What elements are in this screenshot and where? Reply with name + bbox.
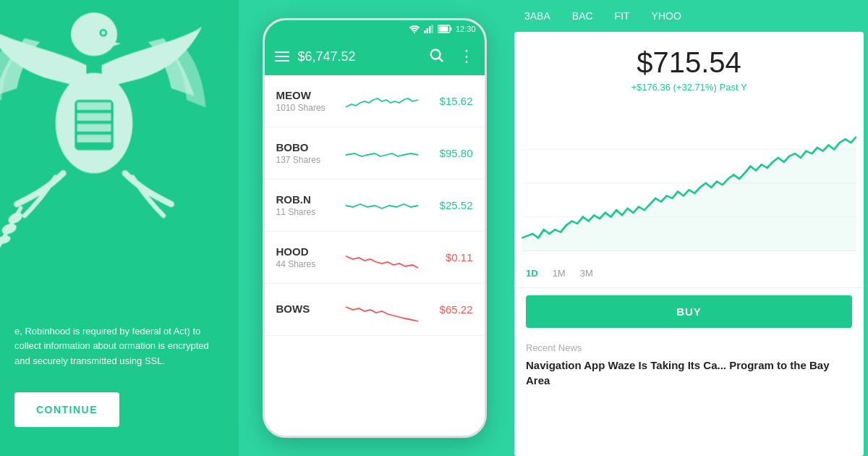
portfolio-value: $6,747.52	[298, 49, 420, 64]
chart-bows	[341, 295, 422, 324]
svg-rect-20	[450, 28, 451, 30]
ticker-yhoo: YHOO	[652, 10, 681, 22]
svg-point-3	[101, 31, 105, 35]
svg-rect-7	[77, 113, 111, 121]
svg-point-13	[414, 32, 415, 33]
chart-area	[514, 100, 864, 259]
stock-row-meow[interactable]: MEOW 1010 Shares $15.62	[265, 75, 485, 127]
middle-panel: 12:30 $6,747.52 ⋮ MEOW 1010 S	[239, 0, 510, 456]
ticker-bar: 3ABA BAC FIT YHOO	[510, 0, 868, 32]
svg-line-22	[439, 58, 443, 62]
svg-marker-27	[522, 137, 856, 250]
stock-detail-card: $715.54 +$176.36 (+32.71%) Past Y 1D 1M …	[514, 32, 864, 456]
ticker-fit: FIT	[615, 10, 630, 22]
price-meow: $15.62	[422, 95, 473, 107]
time-tabs: 1D 1M 3M	[514, 259, 864, 288]
chart-robin	[341, 191, 422, 220]
news-headline: Navigation App Waze Is Taking Its Ca... …	[514, 358, 864, 394]
tab-1d[interactable]: 1D	[526, 265, 538, 282]
detail-price-section: $715.54 +$176.36 (+32.71%) Past Y	[514, 32, 864, 100]
ticker-robin: ROB.N	[276, 193, 341, 206]
tab-3m[interactable]: 3M	[580, 265, 593, 282]
svg-rect-8	[77, 124, 111, 132]
chart-meow	[341, 87, 422, 116]
svg-rect-16	[429, 26, 431, 33]
svg-point-10	[7, 210, 25, 226]
shares-meow: 1010 Shares	[276, 103, 341, 113]
more-icon[interactable]: ⋮	[459, 47, 475, 66]
svg-point-21	[430, 49, 440, 59]
tab-1m[interactable]: 1M	[553, 265, 566, 282]
chart-bobo	[341, 139, 422, 168]
stock-row-robin[interactable]: ROB.N 11 Shares $25.52	[265, 180, 485, 232]
shares-hood: 44 Shares	[276, 259, 341, 269]
svg-rect-17	[431, 25, 433, 33]
price-hood: $0.11	[422, 251, 473, 263]
svg-rect-15	[426, 28, 428, 33]
detail-price: $715.54	[529, 46, 849, 79]
stock-list: MEOW 1010 Shares $15.62 BOBO 137 Shares	[265, 75, 485, 336]
left-panel: e, Robinhood is required by federal ot A…	[0, 0, 239, 456]
ticker-bows: BOWS	[276, 303, 341, 315]
svg-rect-14	[424, 30, 426, 33]
svg-rect-19	[438, 27, 448, 32]
svg-point-11	[0, 221, 17, 235]
shares-bobo: 137 Shares	[276, 155, 341, 165]
svg-point-0	[71, 12, 117, 56]
menu-icon[interactable]	[275, 51, 289, 62]
buy-button[interactable]: BUY	[526, 295, 852, 328]
stock-row-bobo[interactable]: BOBO 137 Shares $95.80	[265, 127, 485, 180]
svg-rect-6	[77, 102, 111, 110]
eagle-logo	[0, 0, 210, 261]
stock-row-bows[interactable]: BOWS $65.22	[265, 284, 485, 336]
chart-hood	[341, 243, 422, 272]
price-bows: $65.22	[422, 303, 473, 316]
svg-rect-9	[77, 135, 111, 143]
legal-text: e, Robinhood is required by federal ot A…	[14, 324, 224, 369]
ticker-3aba: 3ABA	[524, 10, 550, 22]
ticker-bobo: BOBO	[276, 141, 341, 153]
ticker-meow: MEOW	[276, 89, 341, 101]
recent-news-label: Recent News	[514, 335, 864, 358]
stock-row-hood[interactable]: HOOD 44 Shares $0.11	[265, 232, 485, 284]
ticker-bac: BAC	[572, 10, 593, 22]
status-bar: 12:30	[265, 20, 485, 38]
ticker-hood: HOOD	[276, 245, 341, 258]
shares-robin: 11 Shares	[276, 207, 341, 217]
status-time: 12:30	[456, 25, 476, 33]
phone-toolbar: $6,747.52 ⋮	[265, 38, 485, 75]
continue-button[interactable]: CONTINUE	[14, 392, 119, 427]
phone-mockup: 12:30 $6,747.52 ⋮ MEOW 1010 S	[263, 18, 487, 438]
svg-point-12	[0, 234, 12, 245]
right-panel: 3ABA BAC FIT YHOO $715.54 +$176.36 (+32.…	[510, 0, 868, 456]
search-icon[interactable]	[428, 47, 444, 67]
price-robin: $25.52	[422, 199, 473, 211]
price-bobo: $95.80	[422, 147, 473, 159]
detail-change: +$176.36 (+32.71%) Past Y	[529, 82, 849, 93]
